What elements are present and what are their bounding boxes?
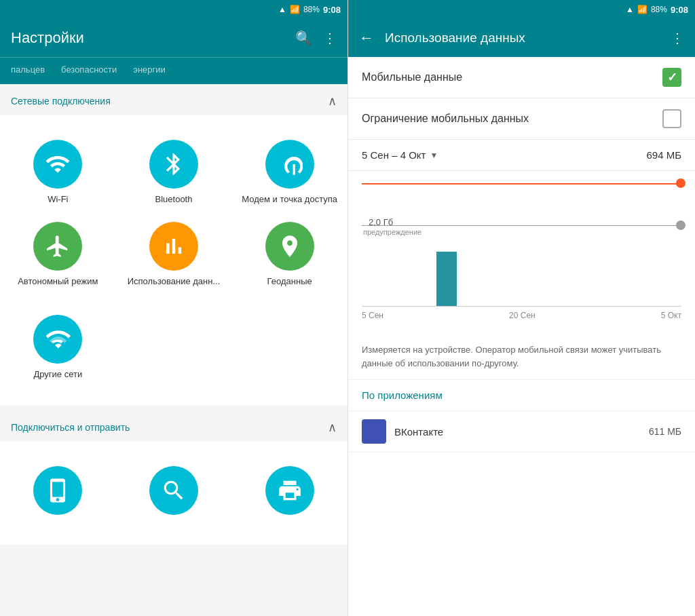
network-section-title: Сетевые подключения [11,96,111,107]
bluetooth-item[interactable]: Bluetooth [116,132,232,214]
mobile-data-label: Мобильные данные [362,71,462,83]
gray-warning-line[interactable] [362,225,681,226]
geodata-label: Геоданные [267,276,312,288]
x-label-2: 20 Сен [509,311,536,320]
airplane-label: Автономный режим [18,276,98,288]
phone-icon [45,478,71,503]
right-wifi-icon: ▲ [626,5,634,14]
mobile-data-checkbox[interactable] [662,68,681,87]
wifi-icon [45,151,71,177]
datausage-icon-circle [149,222,198,271]
back-button[interactable]: ← [359,29,374,47]
modem-icon-circle [265,140,314,189]
right-top-bar: ← Использование данных ⋮ [348,19,695,57]
datausage-label: Исполь​зование данн... [128,276,221,288]
vk-app-name: ВКонтакте [394,426,443,438]
battery-status-icon: 88% [303,5,320,14]
left-clock: 9:08 [323,5,341,15]
bluetooth-icon [161,151,187,177]
chart-2gb-label: 2,0 Гб [369,217,393,227]
app-row-vk[interactable]: ВКонтакте 611 МБ [348,411,695,453]
gray-warning-dot[interactable] [676,220,685,230]
right-clock: 9:08 [671,5,688,15]
wifi-icon-circle [33,140,82,189]
search-phone-icon [161,478,187,503]
by-apps-link[interactable]: По приложениям [348,380,695,411]
print-icon [277,478,303,503]
more-button[interactable]: ⋮ [323,30,337,46]
signal-status-icon: 📶 [290,5,300,14]
wifi-label: Wi-Fi [48,194,68,206]
tab-fingers[interactable]: пальцев [11,64,45,77]
network-section-toggle[interactable]: ∧ [328,94,337,109]
othernets-icon-circle [33,315,82,364]
modem-item[interactable]: Модем и точка доступа [231,132,348,214]
connect-item-3[interactable] [231,458,348,528]
x-label-1: 5 Сен [362,311,383,320]
data-chart: 2,0 Гб предупреждение 5 Сен 20 Сен 5 Окт [348,171,695,334]
wifi-status-icon: ▲ [278,5,286,14]
connect-grid [0,442,348,545]
wifi-item[interactable]: Wi-Fi [0,132,116,214]
usage-bar [436,252,457,306]
geodata-icon-circle [265,222,314,271]
vk-app-icon [362,419,386,444]
connect-icon-2 [149,466,198,515]
vk-app-size: 611 МБ [649,426,681,437]
geodata-item[interactable]: Геоданные [231,214,348,296]
limit-data-checkbox[interactable] [662,109,681,128]
airplane-icon [45,233,71,259]
signal-icon [45,326,71,352]
x-label-3: 5 Окт [661,311,681,320]
connect-section-header: Подключиться и отправить ∧ [0,410,348,442]
bluetooth-icon-circle [149,140,198,189]
left-top-bar: Настройки 🔍 ⋮ [0,19,348,57]
date-range-text: 5 Сен – 4 Окт [362,149,426,161]
network-grid: Wi-Fi Bluetooth Модем и точка дост [0,115,348,405]
limit-data-label: Ограничение мобильных данных [362,113,529,125]
othernets-item[interactable]: Другие сети [0,307,116,389]
right-battery-icon: 88% [651,5,667,14]
chart-warning-label: предупреждение [363,228,421,236]
modem-label: Модем и точка доступа [242,194,337,206]
left-status-bar: ▲ 📶 88% 9:08 [0,0,348,19]
orange-limit-dot[interactable] [676,178,685,188]
datausage-item[interactable]: Исполь​зование данн... [116,214,232,296]
settings-tab-bar: пальцев безопасности энергии [0,57,348,84]
limit-data-row[interactable]: Ограничение мобильных данных [348,98,695,140]
bluetooth-label: Bluetooth [155,194,193,206]
right-more-button[interactable]: ⋮ [671,30,684,46]
airplane-icon-circle [33,222,82,271]
orange-limit-line[interactable] [362,183,681,185]
connect-icon-1 [33,466,82,515]
right-signal-icon: 📶 [637,5,647,14]
right-panel: ▲ 📶 88% 9:08 ← Использование данных ⋮ Мо… [348,0,695,616]
network-section-header: Сетевые подключения ∧ [0,84,348,115]
chart-x-axis: 5 Сен 20 Сен 5 Окт [348,307,695,320]
info-text: Измеряется на устройстве. Оператор мобил… [348,334,695,380]
connect-icon-3 [265,466,314,515]
connect-item-1[interactable] [0,458,116,528]
othernets-label: Другие сети [33,369,82,381]
date-range-label: 5 Сен – 4 Окт ▼ [362,149,438,161]
connect-item-2[interactable] [116,458,232,528]
connect-section-title: Подключиться и отправить [11,422,130,433]
data-usage-title: Использование данных [385,31,525,45]
data-size-label: 694 МБ [646,149,681,161]
mobile-data-row[interactable]: Мобильные данные [348,57,695,98]
modem-icon [277,151,303,177]
tab-energy[interactable]: энергии [133,64,166,77]
airplane-item[interactable]: Автономный режим [0,214,116,296]
right-status-bar: ▲ 📶 88% 9:08 [348,0,695,19]
search-button[interactable]: 🔍 [295,30,312,46]
settings-title: Настройки [11,29,84,47]
chart-icon [161,233,187,259]
right-content: Мобильные данные Ограничение мобильных д… [348,57,695,616]
date-range-row[interactable]: 5 Сен – 4 Окт ▼ 694 МБ [348,140,695,171]
tab-security[interactable]: безопасности [61,64,117,77]
left-panel: ▲ 📶 88% 9:08 Настройки 🔍 ⋮ пальцев безоп… [0,0,348,616]
connect-section-toggle[interactable]: ∧ [328,420,337,435]
location-icon [277,233,303,259]
date-dropdown-arrow: ▼ [430,151,438,160]
